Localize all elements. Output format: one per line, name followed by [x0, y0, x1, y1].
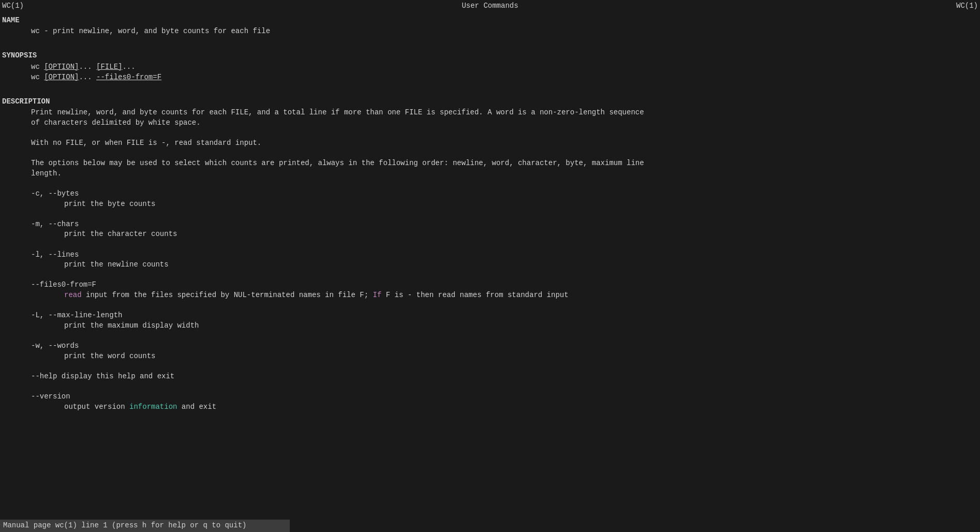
synopsis-line1: wc [OPTION]... [FILE]...: [2, 62, 978, 72]
synopsis-option1: [OPTION]: [44, 63, 79, 71]
opt-L-desc: print the maximum display width: [2, 321, 978, 331]
desc-para2: With no FILE, or when FILE is -, read st…: [2, 138, 978, 149]
header-line: WC(1) User Commands WC(1): [2, 1, 978, 11]
opt-m-desc: print the character counts: [2, 229, 978, 240]
synopsis-wc2: wc: [31, 73, 44, 81]
opt-l-desc: print the newline counts: [2, 260, 978, 270]
opt-version-output: output version: [64, 403, 129, 411]
keyword-if: If: [373, 291, 382, 299]
desc-para1: Print newline, word, and byte counts for…: [2, 108, 978, 118]
opt-version-rest: and exit: [177, 403, 216, 411]
opt-c-desc: print the byte counts: [2, 199, 978, 210]
synopsis-rest2: ...: [79, 73, 96, 81]
synopsis-option2: [OPTION]: [44, 73, 79, 81]
opt-l-title: -l, --lines: [2, 250, 978, 260]
desc-para3b: length.: [2, 169, 978, 179]
desc-para3: The options below may be used to select …: [2, 158, 978, 169]
desc-para1b: of characters delimited by white space.: [2, 118, 978, 128]
synopsis-line2: wc [OPTION]... --files0-from=F: [2, 72, 978, 83]
synopsis-file: [FILE]: [96, 63, 122, 71]
header-left: WC(1): [2, 1, 24, 11]
synopsis-rest1: ...: [79, 63, 96, 71]
opt-files0-rest: F is - then read names from standard inp…: [381, 291, 568, 299]
opt-version-title: --version: [2, 392, 978, 402]
section-name: NAME wc - print newline, word, and byte …: [2, 16, 978, 37]
opt-w-title: -w, --words: [2, 341, 978, 351]
opt-files0-text: input from the files specified by NUL-te…: [82, 291, 373, 299]
header-right: WC(1): [956, 1, 978, 11]
section-description: DESCRIPTION Print newline, word, and byt…: [2, 97, 978, 412]
opt-m-title: -m, --chars: [2, 219, 978, 230]
section-synopsis: SYNOPSIS wc [OPTION]... [FILE]... wc [OP…: [2, 51, 978, 82]
status-bar: Manual page wc(1) line 1 (press h for he…: [0, 520, 290, 532]
opt-files0-title: --files0-from=F: [2, 280, 978, 290]
opt-help-title: --help display this help and exit: [2, 372, 978, 382]
header-center: User Commands: [462, 1, 518, 11]
status-text: Manual page wc(1) line 1 (press h for he…: [3, 521, 246, 529]
main-content: WC(1) User Commands WC(1) NAME wc - prin…: [0, 0, 980, 427]
opt-w-desc: print the word counts: [2, 351, 978, 362]
synopsis-end1: ...: [122, 63, 135, 71]
opt-version-desc: output version information and exit: [2, 402, 978, 412]
name-title: NAME: [2, 16, 978, 26]
synopsis-title: SYNOPSIS: [2, 51, 978, 61]
synopsis-wc1: wc: [31, 63, 44, 71]
keyword-read: read: [64, 291, 82, 299]
opt-c-title: -c, --bytes: [2, 189, 978, 199]
name-content: wc - print newline, word, and byte count…: [2, 26, 978, 37]
opt-L-title: -L, --max-line-length: [2, 311, 978, 321]
keyword-information: information: [129, 403, 177, 411]
opt-files0-desc: read input from the files specified by N…: [2, 290, 978, 301]
description-title: DESCRIPTION: [2, 97, 978, 107]
synopsis-files0: --files0-from=F: [96, 73, 161, 81]
